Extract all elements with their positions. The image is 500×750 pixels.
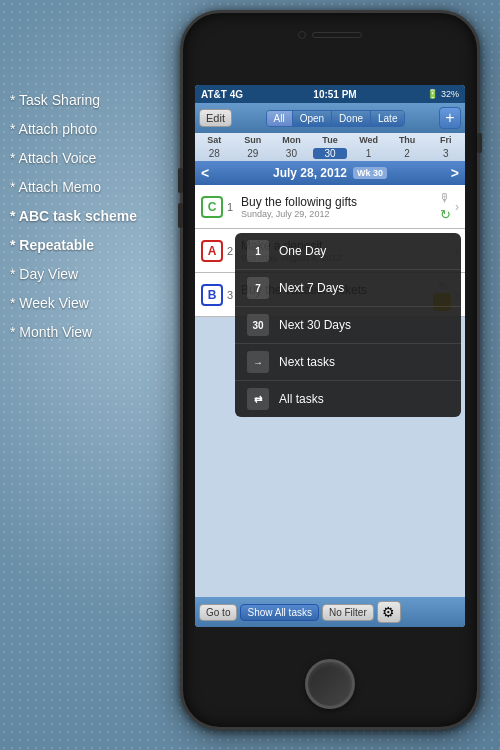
task-row-1[interactable]: C 1 Buy the following gifts Sunday, July… [195,185,465,229]
dropdown-item-oneday[interactable]: 1 One Day [235,233,461,270]
task-title-1: Buy the following gifts [241,195,435,209]
clock: 10:51 PM [313,89,356,100]
feature-list: * Task Sharing * Attach photo * Attach V… [10,90,165,351]
main-toolbar: Edit All Open Done Late + [195,103,465,133]
phone-screen: AT&T 4G 10:51 PM 🔋 32% Edit All Open Don… [195,85,465,627]
prev-week-button[interactable]: < [201,165,209,181]
week-badge: Wk 30 [353,167,387,179]
date-3[interactable]: 3 [426,148,465,159]
task-chevron-1: › [455,200,459,214]
day-sun: Sun [234,135,273,145]
dropdown-label-alltasks: All tasks [279,392,324,406]
dropdown-label-nexttasks: Next tasks [279,355,335,369]
task-badge-c: C [201,196,223,218]
date-1[interactable]: 1 [349,148,388,159]
day-mon: Mon [272,135,311,145]
day-wed: Wed [349,135,388,145]
date-28[interactable]: 28 [195,148,234,159]
dropdown-icon-1: 1 [247,240,269,262]
camera [298,31,306,39]
next-week-button[interactable]: > [451,165,459,181]
dropdown-label-30days: Next 30 Days [279,318,351,332]
filter-segments: All Open Done Late [266,110,406,127]
week-navigation: < July 28, 2012 Wk 30 > [195,161,465,185]
status-bar: AT&T 4G 10:51 PM 🔋 32% [195,85,465,103]
feature-item: * Attach Voice [10,148,165,169]
feature-item: * ABC task scheme [10,206,165,227]
date-30b-today[interactable]: 30 [313,148,348,159]
feature-item: * Task Sharing [10,90,165,111]
dropdown-label-oneday: One Day [279,244,326,258]
dropdown-item-30days[interactable]: 30 Next 30 Days [235,307,461,344]
day-labels-row: Sat Sun Mon Tue Wed Thu Fri [195,133,465,147]
show-all-tasks-button[interactable]: Show All tasks [240,604,318,621]
segment-all[interactable]: All [267,111,293,126]
dropdown-menu: 1 One Day 7 Next 7 Days 30 Next 30 Days … [235,233,461,417]
task-badge-a: A [201,240,223,262]
week-info: July 28, 2012 Wk 30 [273,166,387,180]
dropdown-item-alltasks[interactable]: ⇄ All tasks [235,381,461,417]
top-bar [298,31,362,39]
bottom-toolbar: Go to Show All tasks No Filter ⚙ [195,597,465,627]
task-badge-b: B [201,284,223,306]
segment-done[interactable]: Done [332,111,371,126]
task-num-1: 1 [227,201,237,213]
dropdown-label-7days: Next 7 Days [279,281,344,295]
feature-item: * Attach photo [10,119,165,140]
day-thu: Thu [388,135,427,145]
volume-up-button[interactable] [178,168,183,193]
day-sat: Sat [195,135,234,145]
feature-item: * Attach Memo [10,177,165,198]
battery-icon: 🔋 [427,89,438,99]
dropdown-icon-all: ⇄ [247,388,269,410]
date-29[interactable]: 29 [234,148,273,159]
task-mic-icon: 🎙 [439,191,451,205]
feature-item: * Repeatable [10,235,165,256]
dates-row: 28 29 30 30 1 2 3 [195,147,465,161]
dropdown-item-7days[interactable]: 7 Next 7 Days [235,270,461,307]
power-button[interactable] [477,133,482,153]
battery-percent: 32% [441,89,459,99]
add-task-button[interactable]: + [439,107,461,129]
dropdown-item-nexttasks[interactable]: → Next tasks [235,344,461,381]
calendar-header: Sat Sun Mon Tue Wed Thu Fri 28 29 30 30 … [195,133,465,161]
day-fri: Fri [426,135,465,145]
task-content-1: Buy the following gifts Sunday, July 29,… [241,195,435,219]
speaker [312,32,362,38]
segment-late[interactable]: Late [371,111,404,126]
no-filter-button[interactable]: No Filter [322,604,374,621]
dropdown-icon-next: → [247,351,269,373]
phone-frame: AT&T 4G 10:51 PM 🔋 32% Edit All Open Don… [180,10,480,730]
volume-down-button[interactable] [178,203,183,228]
date-30a[interactable]: 30 [272,148,311,159]
battery-status: 🔋 32% [427,89,459,99]
segment-open[interactable]: Open [293,111,332,126]
task-repeat-icon: ↻ [440,207,451,222]
home-button[interactable] [305,659,355,709]
feature-item: * Month View [10,322,165,343]
date-2[interactable]: 2 [388,148,427,159]
feature-item: * Week View [10,293,165,314]
day-tue: Tue [311,135,350,145]
feature-item: * Day View [10,264,165,285]
carrier: AT&T 4G [201,89,243,100]
current-date-label: July 28, 2012 [273,166,347,180]
dropdown-icon-30: 30 [247,314,269,336]
segment-control: All Open Done Late [234,110,437,127]
task-date-1: Sunday, July 29, 2012 [241,209,435,219]
goto-button[interactable]: Go to [199,604,237,621]
settings-button[interactable]: ⚙ [377,601,401,623]
dropdown-icon-7: 7 [247,277,269,299]
task-right-1: 🎙 ↻ [439,191,451,222]
edit-button[interactable]: Edit [199,109,232,127]
